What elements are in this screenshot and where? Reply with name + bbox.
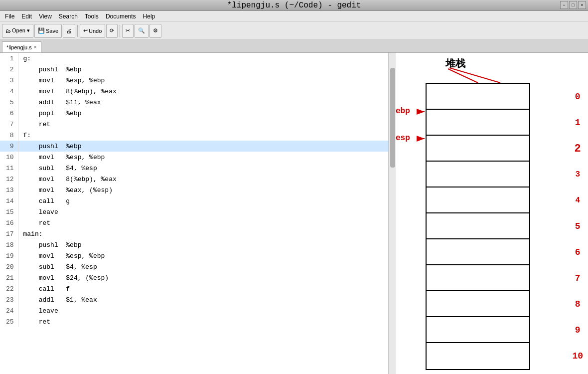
right-num-2: 2 xyxy=(572,136,583,162)
scrollbar-thumb[interactable] xyxy=(390,68,395,168)
stack-cell-5 xyxy=(427,213,529,239)
menu-file[interactable]: File xyxy=(2,12,17,21)
line-number: 4 xyxy=(0,86,18,97)
code-text: movl 8(%ebp), %eax xyxy=(18,86,388,97)
table-row: 21 movl $24, (%esp) xyxy=(0,272,388,283)
table-row: 22 call f xyxy=(0,283,388,294)
right-num-10: 10 xyxy=(572,343,583,369)
maximize-button[interactable]: □ xyxy=(569,1,577,9)
diagram-area: 堆栈 ebp esp xyxy=(396,53,588,374)
line-number: 24 xyxy=(0,305,18,316)
redo-icon: ⟳ xyxy=(110,27,114,34)
code-text: movl %eax, (%esp) xyxy=(18,185,388,195)
table-row: 23 addl $1, %eax xyxy=(0,294,388,305)
line-number: 13 xyxy=(0,185,18,195)
code-text: main: xyxy=(18,228,388,239)
tab-close-button[interactable]: × xyxy=(34,44,37,50)
print-button[interactable]: 🖨 xyxy=(63,24,75,38)
toolbar-separator-1 xyxy=(77,25,78,37)
open-button[interactable]: 🗁 Open ▾ xyxy=(2,24,33,38)
code-text: movl %esp, %ebp xyxy=(18,75,388,86)
find-button[interactable]: 🔍 xyxy=(135,24,148,38)
ebp-label: ebp xyxy=(396,107,410,116)
menu-bar: File Edit View Search Tools Documents He… xyxy=(0,11,588,22)
code-content[interactable]: 1g:2 pushl %ebp3 movl %esp, %ebp4 movl 8… xyxy=(0,53,388,374)
code-text: movl %esp, %ebp xyxy=(18,152,388,163)
right-num-7: 7 xyxy=(572,265,583,291)
file-tab[interactable]: *lipengju.s × xyxy=(2,41,41,52)
line-number: 22 xyxy=(0,283,18,294)
menu-view[interactable]: View xyxy=(36,12,55,21)
print-icon: 🖨 xyxy=(66,28,72,34)
table-row: 25 ret xyxy=(0,316,388,327)
table-row: 1g: xyxy=(0,53,388,64)
stack-cell-8 xyxy=(427,291,529,317)
right-num-8: 8 xyxy=(572,291,583,317)
line-number: 8 xyxy=(0,130,18,141)
line-number: 2 xyxy=(0,64,18,75)
code-text: leave xyxy=(18,305,388,316)
code-text: f: xyxy=(18,130,388,141)
line-number: 14 xyxy=(0,195,18,206)
right-num-6: 6 xyxy=(572,239,583,265)
minimize-button[interactable]: − xyxy=(560,1,568,9)
stack-cell-4 xyxy=(427,187,529,213)
close-button[interactable]: × xyxy=(578,1,586,9)
line-number: 16 xyxy=(0,217,18,228)
code-text: pushl %ebp xyxy=(18,64,388,75)
main-area: 1g:2 pushl %ebp3 movl %esp, %ebp4 movl 8… xyxy=(0,53,588,374)
menu-documents[interactable]: Documents xyxy=(103,12,139,21)
code-text: ret xyxy=(18,316,388,327)
table-row: 9 pushl %ebp xyxy=(0,141,388,152)
editor-area[interactable]: 1g:2 pushl %ebp3 movl %esp, %ebp4 movl 8… xyxy=(0,53,389,374)
open-icon: 🗁 xyxy=(5,28,11,34)
tab-bar: *lipengju.s × xyxy=(0,40,588,53)
redo-button[interactable]: ⟳ xyxy=(106,24,118,38)
save-button[interactable]: 💾 Save xyxy=(34,24,62,38)
menu-tools[interactable]: Tools xyxy=(82,12,102,21)
esp-label: esp xyxy=(396,134,410,143)
right-num-0: 0 xyxy=(572,84,583,110)
stack-cell-7 xyxy=(427,265,529,291)
stack-cell-2 xyxy=(427,136,529,162)
line-number: 21 xyxy=(0,272,18,283)
code-text: movl $24, (%esp) xyxy=(18,272,388,283)
stack-cell-6 xyxy=(427,239,529,265)
line-number: 12 xyxy=(0,174,18,185)
code-text: popl %ebp xyxy=(18,108,388,119)
code-text: ret xyxy=(18,217,388,228)
toolbar-separator-2 xyxy=(120,25,120,37)
menu-help[interactable]: Help xyxy=(140,12,158,21)
line-number: 18 xyxy=(0,239,18,250)
table-row: 17main: xyxy=(0,228,388,239)
code-text: ret xyxy=(18,119,388,130)
toolbar: 🗁 Open ▾ 💾 Save 🖨 ↩ Undo ⟳ ✂ 🔍 ⚙ xyxy=(0,22,588,40)
table-row: 12 movl 8(%ebp), %eax xyxy=(0,174,388,185)
table-row: 15 leave xyxy=(0,206,388,217)
code-text: pushl %ebp xyxy=(18,141,388,152)
menu-edit[interactable]: Edit xyxy=(18,12,35,21)
table-row: 6 popl %ebp xyxy=(0,108,388,119)
find-icon: 🔍 xyxy=(138,27,145,34)
code-text: movl 8(%ebp), %eax xyxy=(18,174,388,185)
code-text: subl $4, %esp xyxy=(18,261,388,272)
stack-wrapper xyxy=(426,83,530,370)
line-number: 15 xyxy=(0,206,18,217)
right-numbers: 0 1 2 3 4 5 6 7 8 9 10 xyxy=(572,84,583,369)
stack-cell-3 xyxy=(427,162,529,187)
settings-button[interactable]: ⚙ xyxy=(149,24,161,38)
title-bar: *lipengju.s (~/Code) - gedit − □ × xyxy=(0,0,588,11)
table-row: 3 movl %esp, %ebp xyxy=(0,75,388,86)
line-number: 17 xyxy=(0,228,18,239)
menu-search[interactable]: Search xyxy=(56,12,81,21)
line-number: 23 xyxy=(0,294,18,305)
line-number: 25 xyxy=(0,316,18,327)
table-row: 24 leave xyxy=(0,305,388,316)
cut-button[interactable]: ✂ xyxy=(122,24,134,38)
undo-button[interactable]: ↩ Undo xyxy=(80,24,105,38)
line-number: 11 xyxy=(0,163,18,174)
scrollbar[interactable] xyxy=(389,53,396,374)
right-num-9: 9 xyxy=(572,317,583,343)
table-row: 20 subl $4, %esp xyxy=(0,261,388,272)
table-row: 13 movl %eax, (%esp) xyxy=(0,185,388,195)
